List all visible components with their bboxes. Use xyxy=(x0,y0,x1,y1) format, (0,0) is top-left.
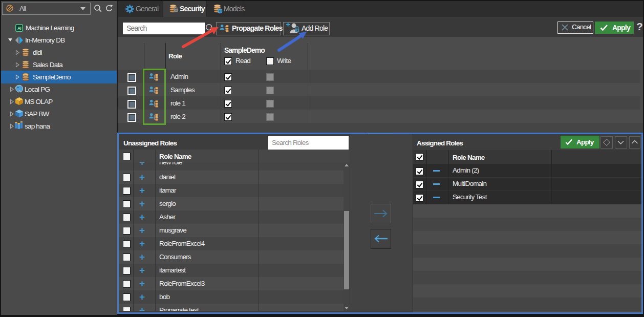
svg-text:AI: AI xyxy=(17,26,21,31)
